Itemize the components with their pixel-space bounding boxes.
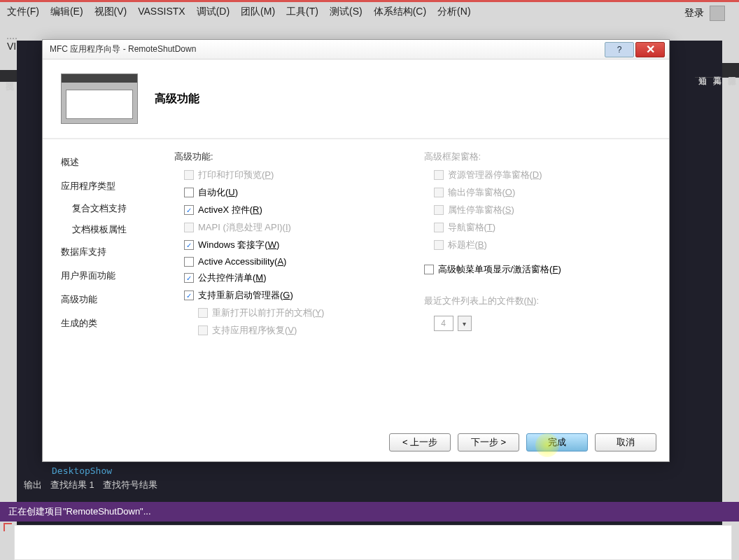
- checkbox[interactable]: [184, 240, 194, 250]
- recent-files-label: 最近文件列表上的文件数(N):: [424, 295, 653, 307]
- menu-item[interactable]: 工具(T): [286, 6, 318, 18]
- recent-files-dropdown: ▾: [458, 316, 472, 331]
- advanced-frame-panes-label: 高级框架窗格:: [424, 150, 653, 163]
- checkbox-label: Windows 套接字(W): [198, 239, 279, 251]
- checkbox[interactable]: [184, 257, 194, 267]
- checkbox-label: 支持应用程序恢复(V): [212, 324, 297, 337]
- left-rail-tab[interactable]: 类视图: [2, 70, 17, 82]
- checkbox[interactable]: [184, 188, 194, 197]
- checkbox: [434, 170, 444, 180]
- checkbox[interactable]: [184, 273, 194, 283]
- checkbox-label: ActiveX 控件(R): [198, 204, 262, 216]
- checkbox[interactable]: [424, 265, 434, 274]
- checkbox-label: 输出停靠窗格(O): [448, 186, 516, 199]
- left-tool-rail: 类视图属性管理器资源视图团队资源管理器解决方案资源管理器: [0, 70, 17, 82]
- output-tabs: 输出查找结果 1查找符号结果: [17, 475, 164, 496]
- wizard-nav-item[interactable]: 数据库支持: [59, 240, 157, 264]
- login-link[interactable]: 登录: [684, 7, 704, 20]
- menu-item[interactable]: 视图(V): [94, 6, 127, 18]
- checkbox: [434, 205, 444, 215]
- wizard-page-title: 高级功能: [155, 92, 199, 106]
- checkbox-label: 重新打开以前打开的文档(Y): [212, 307, 324, 319]
- wizard-nav-item[interactable]: 高级功能: [59, 288, 157, 312]
- left-rail-tab[interactable]: 属性管理器: [0, 70, 2, 82]
- checkbox-label: 自动化(U): [198, 186, 238, 199]
- bottom-panel: [14, 525, 732, 560]
- dialog-title: MFC 应用程序向导 - RemoteShutDown: [50, 43, 603, 55]
- menu-item[interactable]: 团队(M): [241, 6, 275, 18]
- status-text: 正在创建项目"RemoteShutDown"...: [8, 505, 151, 518]
- wizard-nav-item[interactable]: 用户界面功能: [59, 264, 157, 288]
- menu-item[interactable]: 体系结构(C): [374, 6, 426, 18]
- help-button[interactable]: ?: [605, 42, 634, 57]
- app-top-accent: [0, 0, 739, 2]
- wizard-nav-subitem[interactable]: 复合文档支持: [59, 198, 157, 219]
- checkbox: [198, 308, 208, 318]
- menu-item[interactable]: VASSISTX: [138, 6, 185, 18]
- checkbox-label: 高级帧菜单项显示/激活窗格(F): [438, 263, 561, 276]
- wizard-dialog: MFC 应用程序向导 - RemoteShutDown ? ✕ 高级功能 概述应…: [42, 39, 670, 462]
- dialog-titlebar[interactable]: MFC 应用程序向导 - RemoteShutDown ? ✕: [43, 40, 669, 59]
- bottom-tab[interactable]: 输出: [24, 479, 42, 491]
- status-bar: 正在创建项目"RemoteShutDown"...: [0, 502, 739, 522]
- checkbox: [434, 188, 444, 197]
- menu-item[interactable]: 编辑(E): [50, 6, 83, 18]
- right-rail-tab[interactable]: 工具箱: [710, 63, 724, 78]
- menu-item[interactable]: 分析(N): [437, 6, 470, 18]
- right-tool-rail: 服务器资源管理器工具箱通知: [722, 63, 739, 78]
- checkbox: [434, 223, 444, 232]
- right-rail-tab[interactable]: 服务器资源管理器: [724, 63, 739, 78]
- bottom-tab[interactable]: 查找结果 1: [50, 479, 94, 491]
- prev-button[interactable]: < 上一步: [389, 433, 451, 451]
- next-button[interactable]: 下一步 >: [458, 433, 519, 451]
- checkbox-label: 导航窗格(T): [448, 221, 496, 234]
- advanced-features-label: 高级功能:: [174, 150, 403, 163]
- user-icon[interactable]: [710, 6, 725, 21]
- menu-item[interactable]: 调试(D): [197, 6, 230, 18]
- wizard-nav-item[interactable]: 生成的类: [59, 312, 157, 335]
- wizard-nav: 概述应用程序类型复合文档支持文档模板属性数据库支持用户界面功能高级功能生成的类: [59, 150, 157, 408]
- right-rail-tab[interactable]: 通知: [695, 63, 710, 78]
- wizard-nav-item[interactable]: 应用程序类型: [59, 174, 157, 198]
- checkbox: [184, 170, 194, 180]
- checkbox-label: 支持重新启动管理器(G): [198, 289, 293, 302]
- checkbox-label: 打印和打印预览(P): [198, 169, 274, 181]
- recent-files-value: 4: [434, 316, 453, 331]
- checkbox[interactable]: [184, 205, 194, 215]
- checkbox-label: Active Accessibility(A): [198, 256, 286, 267]
- checkbox-label: 标题栏(B): [448, 239, 487, 251]
- wizard-nav-subitem[interactable]: 文档模板属性: [59, 219, 157, 240]
- checkbox-label: MAPI (消息处理 API)(I): [198, 221, 291, 234]
- checkbox: [198, 326, 208, 335]
- checkbox-label: 资源管理器停靠窗格(D): [448, 169, 542, 181]
- bottom-tab[interactable]: 查找符号结果: [103, 479, 157, 491]
- checkbox: [184, 223, 194, 232]
- finish-button[interactable]: 完成: [526, 433, 588, 451]
- cancel-button[interactable]: 取消: [595, 433, 656, 451]
- checkbox-label: 属性停靠窗格(S): [448, 204, 514, 216]
- main-menubar: 文件(F)编辑(E)视图(V)VASSISTX调试(D)团队(M)工具(T)测试…: [7, 6, 732, 36]
- wizard-thumbnail-icon: [61, 74, 138, 124]
- checkbox-label: 公共控件清单(M): [198, 272, 267, 284]
- checkbox: [434, 240, 444, 250]
- wizard-nav-item[interactable]: 概述: [59, 150, 157, 174]
- checkbox[interactable]: [184, 290, 194, 300]
- close-button[interactable]: ✕: [635, 42, 665, 57]
- menu-item[interactable]: 测试(S): [330, 6, 363, 18]
- menu-item[interactable]: 文件(F): [7, 6, 39, 18]
